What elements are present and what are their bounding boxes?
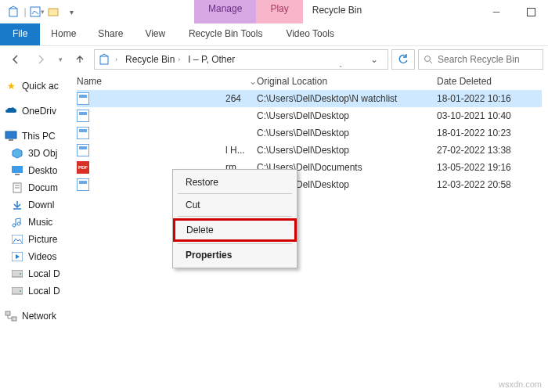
qat-properties-icon[interactable]: ▾ (28, 3, 45, 20)
search-input[interactable] (438, 54, 538, 65)
sidebar-item-quick-access[interactable]: ★ Quick ac (0, 77, 70, 95)
table-row[interactable]: PDFrm...C:\Users\Dell\Documents13-05-202… (77, 159, 542, 176)
drive-icon (11, 268, 23, 280)
table-row[interactable]: l H...C:\Users\Dell\Desktop27-02-2022 13… (77, 142, 542, 159)
downloads-icon (11, 199, 23, 211)
file-name: 264 (94, 93, 249, 104)
original-location: C:\Users\Dell\Desktop (257, 110, 437, 121)
sidebar-label: Quick ac (22, 81, 59, 92)
table-row[interactable]: C:\Users\Dell\Desktop12-03-2022 20:58 (77, 176, 542, 193)
tab-file[interactable]: File (0, 23, 40, 45)
sidebar-item-desktop[interactable]: Deskto (0, 162, 70, 179)
context-menu-separator (178, 243, 292, 244)
column-resize-handle[interactable]: ⌄ (249, 76, 257, 87)
context-menu-delete[interactable]: Delete (175, 221, 294, 239)
file-name: l H... (94, 145, 249, 156)
sidebar-item-downloads[interactable]: Downl (0, 196, 70, 214)
this-pc-icon (5, 130, 17, 142)
svg-rect-9 (12, 166, 23, 173)
context-menu-restore[interactable]: Restore (175, 173, 295, 192)
context-menu-cut[interactable]: Cut (175, 196, 295, 214)
original-location: C:\Users\Dell\Desktop (257, 145, 437, 156)
contextual-tab-play[interactable]: Play (256, 0, 302, 23)
drive-icon (11, 285, 23, 297)
ribbon-tabs: File Home Share View Recycle Bin Tools V… (0, 23, 548, 45)
qat-new-folder-icon[interactable] (45, 3, 63, 20)
context-menu-properties[interactable]: Properties (175, 246, 295, 264)
svg-rect-7 (5, 131, 16, 138)
recent-locations-button[interactable]: ▾ (55, 49, 66, 70)
svg-rect-3 (527, 8, 535, 16)
context-menu-separator (178, 193, 292, 194)
table-row[interactable]: C:\Users\Dell\Desktop03-10-2021 10:40 (77, 107, 542, 124)
svg-rect-22 (12, 317, 16, 321)
pictures-icon (11, 233, 23, 246)
videos-icon (11, 250, 23, 263)
highlight-box: Delete (173, 218, 297, 242)
original-location: C:\Users\Dell\Desktop (257, 128, 437, 138)
tab-view[interactable]: View (134, 23, 176, 45)
forward-button[interactable] (30, 49, 52, 70)
title-bar: | ▾ ▾ Manage Play Recycle Bin ─ (0, 0, 548, 23)
sidebar-item-pictures[interactable]: Picture (0, 231, 70, 248)
tab-video-tools[interactable]: Video Tools (275, 23, 345, 45)
date-deleted: 18-01-2022 10:23 (437, 128, 542, 138)
tab-share[interactable]: Share (87, 23, 134, 45)
sidebar-label: Downl (28, 200, 54, 210)
3d-objects-icon (11, 147, 23, 160)
svg-rect-2 (49, 9, 58, 16)
sidebar-item-onedrive[interactable]: OneDriv (0, 102, 70, 120)
contextual-tab-manage[interactable]: Manage (194, 0, 256, 23)
recycle-bin-icon[interactable] (5, 3, 22, 20)
table-row[interactable]: 264C:\Users\Dell\Desktop\N watchlist18-0… (77, 90, 542, 107)
sidebar-item-local-disk-1[interactable]: Local D (0, 265, 70, 282)
svg-rect-0 (9, 9, 17, 16)
music-icon (11, 216, 23, 228)
date-deleted: 03-10-2021 10:40 (437, 110, 542, 121)
sidebar-item-videos[interactable]: Videos (0, 248, 70, 265)
sidebar-item-music[interactable]: Music (0, 214, 70, 231)
date-deleted: 12-03-2022 20:58 (437, 179, 542, 190)
sidebar-item-3d-objects[interactable]: 3D Obj (0, 145, 70, 162)
sort-indicator-icon: ˄ (70, 65, 548, 70)
sidebar-label: 3D Obj (28, 148, 57, 159)
address-dropdown-icon[interactable]: ⌄ (364, 54, 384, 65)
column-original-location[interactable]: Original Location (257, 76, 437, 87)
column-date-deleted[interactable]: Date Deleted (437, 76, 542, 87)
sidebar-item-documents[interactable]: Docum (0, 179, 70, 196)
svg-rect-21 (5, 311, 10, 315)
svg-line-6 (430, 61, 432, 63)
column-name[interactable]: Name (77, 76, 249, 87)
svg-rect-17 (12, 270, 23, 277)
tab-home[interactable]: Home (40, 23, 87, 45)
svg-rect-10 (15, 174, 20, 175)
date-deleted: 18-01-2022 10:16 (437, 93, 542, 104)
back-button[interactable] (5, 49, 27, 70)
file-icon (77, 92, 89, 105)
tab-recycle-bin-tools[interactable]: Recycle Bin Tools (176, 23, 275, 45)
file-icon (77, 178, 89, 191)
sidebar-item-network[interactable]: Network (0, 307, 70, 325)
sidebar-label: This PC (22, 131, 56, 142)
date-deleted: 27-02-2022 13:38 (437, 145, 542, 156)
svg-point-5 (425, 56, 431, 62)
svg-point-20 (20, 290, 21, 292)
sidebar-item-this-pc[interactable]: This PC (0, 128, 70, 145)
quick-access-icon: ★ (5, 80, 17, 92)
sidebar-item-local-disk-2[interactable]: Local D (0, 282, 70, 300)
minimize-button[interactable]: ─ (479, 0, 514, 23)
table-row[interactable]: C:\Users\Dell\Desktop18-01-2022 10:23 (77, 124, 542, 142)
navigation-pane: ★ Quick ac OneDriv This PC 3D Obj Deskto… (0, 73, 70, 392)
context-menu-separator (178, 216, 292, 217)
sidebar-label: Local D (28, 286, 60, 297)
svg-rect-15 (12, 235, 23, 244)
column-headers: Name ⌄ Original Location Date Deleted (70, 71, 548, 90)
qat-customize-icon[interactable]: ▾ (63, 3, 80, 20)
maximize-button[interactable] (514, 0, 548, 23)
sidebar-label: Deskto (28, 165, 57, 176)
svg-rect-19 (12, 287, 23, 294)
sidebar-label: Picture (28, 234, 57, 245)
sidebar-label: Local D (28, 268, 60, 279)
file-rows: 264C:\Users\Dell\Desktop\N watchlist18-0… (70, 90, 548, 193)
qat-separator: | (22, 3, 28, 20)
